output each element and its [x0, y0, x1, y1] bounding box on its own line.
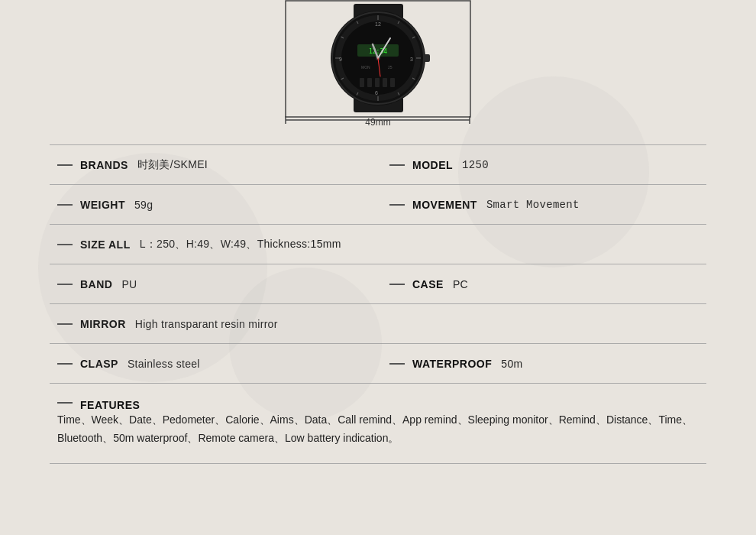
- spec-row-weight-movement: WEIGHT 59g MOVEMENT Smart Movement: [50, 185, 706, 225]
- svg-rect-26: [424, 54, 430, 62]
- dash-size: [57, 244, 73, 245]
- spec-movement: MOVEMENT Smart Movement: [374, 185, 706, 224]
- brands-label: BRANDS: [80, 159, 128, 171]
- dash-model: [389, 164, 405, 166]
- clasp-value: Stainless steel: [128, 358, 200, 370]
- svg-text:25: 25: [388, 65, 393, 70]
- movement-value: Smart Movement: [486, 199, 580, 211]
- dash-clasp: [57, 363, 73, 365]
- features-value: Time、Week、Date、Pedometer、Calorie、Aims、Da…: [57, 411, 703, 448]
- waterproof-value: 50m: [501, 358, 522, 370]
- band-label: BAND: [80, 278, 112, 290]
- dimension-text: 49mm: [365, 117, 390, 126]
- spec-clasp: CLASP Stainless steel: [50, 344, 374, 383]
- spec-row-band-case: BAND PU CASE PC: [50, 264, 706, 304]
- watch-svg: 12 3 6 9 12:34 MON 25: [285, 0, 472, 126]
- waterproof-label: WATERPROOF: [412, 358, 492, 370]
- band-value: PU: [121, 278, 137, 290]
- dash-features: [57, 402, 73, 404]
- svg-text:6: 6: [375, 90, 378, 96]
- spec-model: MODEL 1250: [374, 145, 706, 184]
- size-label: SIZE ALL: [80, 238, 131, 251]
- weight-label: WEIGHT: [80, 199, 125, 211]
- spec-row-features: FEATURES Time、Week、Date、Pedometer、Calori…: [50, 384, 706, 464]
- case-label: CASE: [412, 278, 444, 290]
- svg-rect-37: [375, 78, 380, 87]
- watch-diagram: 12 3 6 9 12:34 MON 25: [285, 0, 472, 129]
- dash-case: [389, 284, 405, 285]
- spec-row-clasp-waterproof: CLASP Stainless steel WATERPROOF 50m: [50, 344, 706, 384]
- svg-rect-35: [360, 78, 364, 87]
- svg-text:MON: MON: [361, 65, 370, 70]
- spec-band: BAND PU: [50, 264, 374, 303]
- svg-rect-39: [390, 78, 395, 87]
- svg-rect-38: [383, 78, 387, 87]
- dash-mirror: [57, 323, 73, 325]
- svg-rect-36: [367, 78, 372, 87]
- page-wrapper: 12 3 6 9 12:34 MON 25: [0, 0, 756, 535]
- spec-mirror: MIRROR High transparant resin mirror: [50, 310, 706, 338]
- spec-row-mirror: MIRROR High transparant resin mirror: [50, 304, 706, 344]
- brands-value: 时刻美/SKMEI: [137, 158, 208, 172]
- dash-movement: [389, 204, 405, 206]
- svg-text:3: 3: [410, 57, 413, 62]
- spec-row-size: SIZE ALL L：250、H:49、W:49、Thickness:15mm: [50, 225, 706, 264]
- svg-text:12: 12: [375, 21, 381, 27]
- dash-brands: [57, 164, 73, 166]
- dash-band: [57, 284, 73, 285]
- dash-waterproof: [389, 363, 405, 365]
- spec-brands: BRANDS 时刻美/SKMEI: [50, 145, 374, 184]
- mirror-label: MIRROR: [80, 318, 126, 330]
- svg-text:9: 9: [339, 57, 342, 62]
- dash-weight: [57, 204, 73, 206]
- model-value: 1250: [462, 159, 489, 171]
- watch-image-section: 12 3 6 9 12:34 MON 25: [0, 0, 756, 129]
- spec-waterproof: WATERPROOF 50m: [374, 344, 706, 383]
- specs-section: BRANDS 时刻美/SKMEI MODEL 1250 WEIGHT 59g M…: [50, 144, 706, 464]
- spec-row-brands-model: BRANDS 时刻美/SKMEI MODEL 1250: [50, 145, 706, 185]
- clasp-label: CLASP: [80, 358, 118, 370]
- mirror-value: High transparant resin mirror: [135, 318, 278, 330]
- model-label: MODEL: [412, 159, 453, 171]
- spec-features: FEATURES Time、Week、Date、Pedometer、Calori…: [50, 391, 706, 456]
- spec-weight: WEIGHT 59g: [50, 185, 374, 224]
- movement-label: MOVEMENT: [412, 199, 477, 211]
- spec-case: CASE PC: [374, 264, 706, 303]
- svg-text:12:34: 12:34: [368, 48, 386, 55]
- size-value: L：250、H:49、W:49、Thickness:15mm: [140, 238, 341, 251]
- case-value: PC: [453, 278, 468, 290]
- spec-size: SIZE ALL L：250、H:49、W:49、Thickness:15mm: [50, 230, 706, 259]
- features-label: FEATURES: [80, 399, 140, 411]
- weight-value: 59g: [134, 199, 153, 211]
